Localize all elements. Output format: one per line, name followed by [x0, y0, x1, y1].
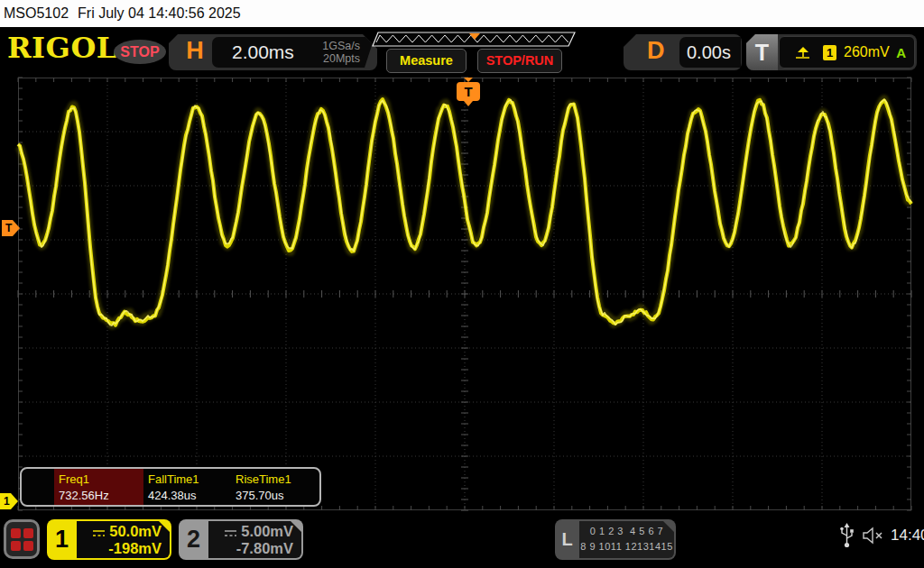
measurement-value: 424.38us — [148, 489, 226, 502]
logic-panel: 0 1 2 3 4 5 6 7 8 9 1011 12131415 — [579, 521, 674, 558]
channel1-number: 1 — [47, 519, 77, 560]
measurement-results-box: Freq1 732.56Hz FallTime1 424.38us RiseTi… — [20, 467, 321, 507]
channel2-status[interactable]: 2 5.00mV -7.80mV — [179, 519, 303, 560]
measurement-value: 375.70us — [236, 489, 319, 502]
trigger-position-tail-icon — [464, 101, 473, 106]
graticule-grid — [18, 78, 911, 510]
logic-row1: 0 1 2 3 4 5 6 7 — [579, 524, 674, 539]
logic-channels-status[interactable]: L 0 1 2 3 4 5 6 7 8 9 1011 12131415 — [555, 519, 676, 560]
bottom-status-bar: 1 50.0mV -198mV 2 5.00mV -7.80mV L 0 1 2… — [0, 516, 924, 568]
measurement-risetime1[interactable]: RiseTime1 375.70us — [231, 469, 323, 505]
windows-grid-icon[interactable] — [4, 519, 40, 559]
channel1-panel: 50.0mV -198mV — [77, 521, 170, 558]
speaker-muted-icon[interactable] — [862, 527, 885, 545]
channel1-status[interactable]: 1 50.0mV -198mV — [47, 519, 171, 560]
channel1-offset: -198mV — [77, 540, 162, 557]
status-icons: 14:40 — [839, 523, 924, 548]
measurement-falltime1[interactable]: FallTime1 424.38us — [143, 469, 231, 505]
measurement-freq1[interactable]: Freq1 732.56Hz — [54, 469, 143, 505]
channel2-scale: 5.00mV — [241, 523, 293, 539]
measurement-label: FallTime1 — [148, 472, 226, 486]
channel1-scale: 50.0mV — [109, 523, 162, 539]
dc-coupling-icon — [224, 529, 237, 537]
measurement-label: RiseTime1 — [236, 472, 319, 486]
dc-coupling-icon — [92, 529, 106, 537]
logic-label: L — [555, 519, 579, 560]
clock: 14:40 — [891, 527, 924, 545]
trigger-position-marker[interactable]: T — [455, 78, 482, 106]
usb-icon — [839, 523, 855, 548]
oscilloscope-screen: MSO5102Fri July 04 14:40:56 2025 RIGOL S… — [0, 0, 924, 568]
measurement-label: Freq1 — [59, 472, 139, 486]
logic-row2: 8 9 1011 12131415 — [579, 539, 674, 554]
channel2-offset: -7.80mV — [208, 540, 293, 557]
channel2-panel: 5.00mV -7.80mV — [208, 521, 301, 558]
channel2-number: 2 — [179, 519, 208, 560]
measurement-value: 732.56Hz — [59, 489, 139, 502]
trigger-position-badge: T — [457, 82, 480, 101]
